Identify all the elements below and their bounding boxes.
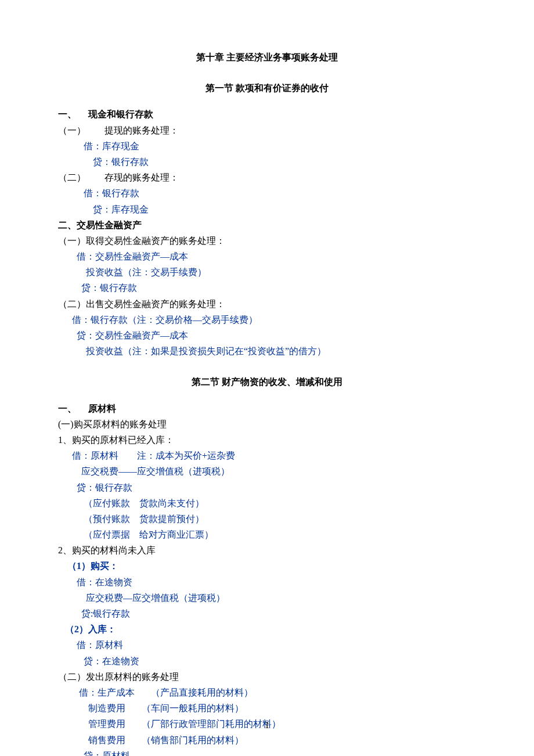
section-1-title: 第一节 款项和有价证券的收付 xyxy=(58,80,476,96)
text-line: 1、购买的原材料已经入库： xyxy=(58,432,476,448)
entry-line: 应交税费—应交增值税（进项税） xyxy=(58,590,476,606)
text-line: （二）发出原材料的账务处理 xyxy=(58,669,476,685)
text-line: 2、购买的材料尚未入库 xyxy=(58,542,476,558)
heading-cash-bank: 一、 现金和银行存款 xyxy=(58,106,476,122)
entry-debit: 借：原材料 注：成本为买价+运杂费 xyxy=(58,448,476,463)
entry-credit: 贷：库存现金 xyxy=(58,201,476,217)
entry-line: 应交税费——应交增值税（进项税） xyxy=(58,463,476,479)
text-line: （一） 提现的账务处理： xyxy=(58,123,476,138)
entry-line: 销售费用 （销售部门耗用的材料） xyxy=(58,732,476,748)
text-line: （二） 存现的账务处理： xyxy=(58,170,476,185)
text-line: （二）出售交易性金融资产的账务处理： xyxy=(58,296,476,312)
entry-credit: 贷：银行存款 xyxy=(58,154,476,170)
entry-line: 投资收益（注：交易手续费） xyxy=(58,264,476,280)
text-line: （一）取得交易性金融资产的账务处理： xyxy=(58,233,476,249)
section-2-title: 第二节 财产物资的收发、增减和使用 xyxy=(58,374,476,390)
entry-credit: 贷：银行存款 xyxy=(58,480,476,495)
entry-line: 投资收益（注：如果是投资损失则记在“投资收益”的借方） xyxy=(58,343,476,359)
entry-line: 制造费用 （车间一般耗用的材料） xyxy=(58,700,476,716)
entry-line: （应付票据 给对方商业汇票） xyxy=(58,527,476,542)
entry-line: （预付账款 货款提前预付） xyxy=(58,511,476,527)
entry-debit: 借：银行存款 xyxy=(58,185,476,201)
entry-line: （应付账款 货款尚未支付） xyxy=(58,495,476,511)
entry-debit: 借：生产成本 （产品直接耗用的材料） xyxy=(58,685,476,700)
sub-heading: （1）购买： xyxy=(58,558,476,574)
heading-raw-materials: 一、 原材料 xyxy=(58,401,476,416)
entry-debit: 借：在途物资 xyxy=(58,574,476,590)
entry-credit: 贷：交易性金融资产—成本 xyxy=(58,327,476,343)
text-line: (一)购买原材料的账务处理 xyxy=(58,416,476,432)
entry-debit: 借：交易性金融资产—成本 xyxy=(58,249,476,264)
entry-credit: 贷:银行存款 xyxy=(58,606,476,621)
entry-debit: 借：原材料 xyxy=(58,637,476,653)
entry-credit: 贷：在途物资 xyxy=(58,653,476,669)
heading-trading-assets: 二、交易性金融资产 xyxy=(58,217,476,233)
entry-debit: 借：银行存款（注：交易价格—交易手续费） xyxy=(58,312,476,327)
document-page: 第十章 主要经济业务事项账务处理 第一节 款项和有价证券的收付 一、 现金和银行… xyxy=(0,0,534,756)
entry-credit: 贷：银行存款 xyxy=(58,280,476,296)
chapter-title: 第十章 主要经济业务事项账务处理 xyxy=(58,49,476,65)
entry-credit: 贷：原材料 xyxy=(58,748,476,756)
entry-debit: 借：库存现金 xyxy=(58,138,476,154)
sub-heading: （2）入库： xyxy=(58,621,476,637)
page-number: 1 xyxy=(0,717,534,733)
